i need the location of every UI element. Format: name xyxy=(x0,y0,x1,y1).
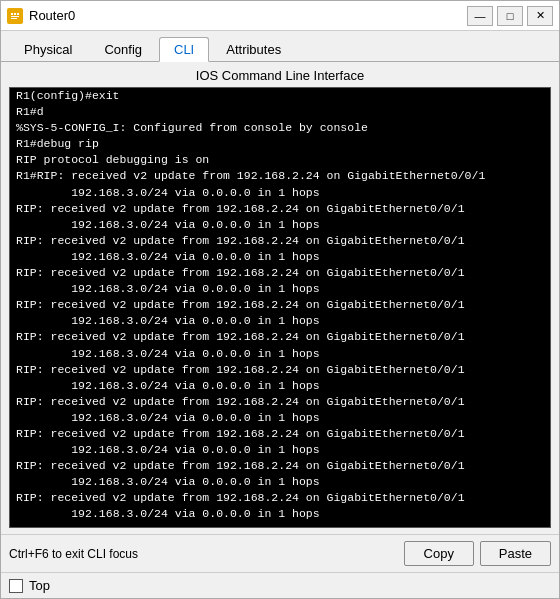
content-area: IOS Command Line Interface R1(config)#ex… xyxy=(1,62,559,534)
close-button[interactable]: ✕ xyxy=(527,6,553,26)
window-title: Router0 xyxy=(29,8,467,23)
footer-bar: Top xyxy=(1,572,559,598)
svg-rect-5 xyxy=(11,18,17,19)
app-icon xyxy=(7,8,23,24)
cli-hint-text: Ctrl+F6 to exit CLI focus xyxy=(9,547,398,561)
tab-config[interactable]: Config xyxy=(89,37,157,61)
svg-rect-2 xyxy=(14,13,16,15)
title-bar: Router0 — □ ✕ xyxy=(1,1,559,31)
bottom-bar: Ctrl+F6 to exit CLI focus Copy Paste xyxy=(1,534,559,572)
paste-button[interactable]: Paste xyxy=(480,541,551,566)
minimize-button[interactable]: — xyxy=(467,6,493,26)
svg-rect-4 xyxy=(11,16,19,17)
copy-button[interactable]: Copy xyxy=(404,541,474,566)
tab-physical[interactable]: Physical xyxy=(9,37,87,61)
tab-bar: Physical Config CLI Attributes xyxy=(1,31,559,62)
tab-attributes[interactable]: Attributes xyxy=(211,37,296,61)
maximize-button[interactable]: □ xyxy=(497,6,523,26)
top-label: Top xyxy=(29,578,50,593)
svg-rect-3 xyxy=(17,13,19,15)
terminal-output[interactable]: R1(config)#exit R1#d %SYS-5-CONFIG_I: Co… xyxy=(9,87,551,528)
top-checkbox[interactable] xyxy=(9,579,23,593)
main-window: Router0 — □ ✕ Physical Config CLI Attrib… xyxy=(0,0,560,599)
cli-section-label: IOS Command Line Interface xyxy=(9,68,551,83)
window-controls: — □ ✕ xyxy=(467,6,553,26)
tab-cli[interactable]: CLI xyxy=(159,37,209,62)
svg-rect-1 xyxy=(11,13,13,15)
